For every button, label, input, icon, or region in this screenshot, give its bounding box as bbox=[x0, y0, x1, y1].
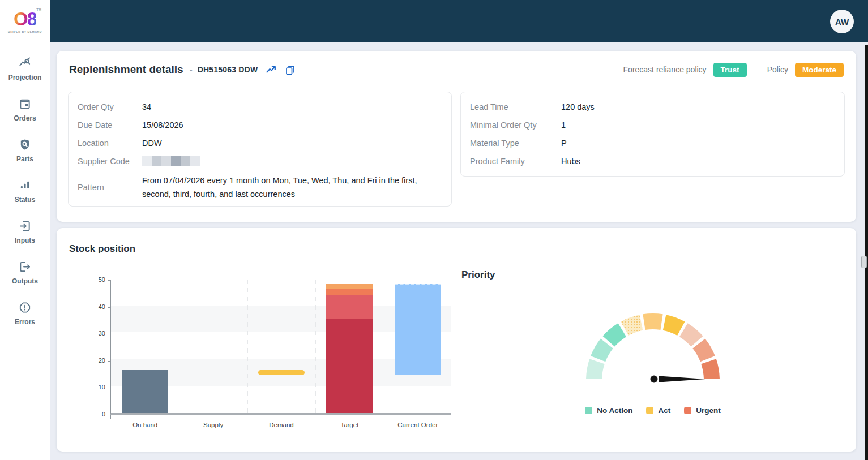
detail-label: Order Qty bbox=[78, 101, 142, 113]
legend-label: Act bbox=[658, 406, 670, 415]
error-octagon-icon bbox=[18, 301, 32, 314]
detail-value: P bbox=[561, 137, 567, 149]
sidebar-item-projection[interactable]: Projection bbox=[8, 57, 42, 81]
y-axis-tick-label: 40 bbox=[87, 303, 105, 310]
x-axis-category-label: Target bbox=[315, 422, 383, 428]
detail-row-order-qty: Order Qty 34 bbox=[69, 98, 451, 116]
detail-row-lead-time: Lead Time 120 days bbox=[461, 98, 844, 116]
sidebar-item-errors[interactable]: Errors bbox=[15, 301, 35, 326]
bar-chart-icon bbox=[18, 179, 32, 192]
y-axis-tick bbox=[108, 334, 111, 334]
bar-segment bbox=[395, 284, 441, 376]
material-details-box: Lead Time 120 days Minimal Order Qty 1 M… bbox=[460, 92, 845, 177]
calendar-icon bbox=[18, 97, 32, 110]
gauge-segment bbox=[663, 315, 685, 336]
right-edge-strip bbox=[865, 45, 868, 460]
gauge-pivot bbox=[651, 376, 658, 383]
column-separator bbox=[315, 280, 316, 413]
bar-segment bbox=[326, 284, 373, 290]
supplier-code-redacted bbox=[142, 156, 200, 166]
stock-bar-chart: 01020304050On handSupplyDemandTargetCurr… bbox=[110, 280, 451, 415]
replenishment-header: Replenishment details - DH515063 DDW For… bbox=[69, 61, 844, 78]
y-axis-tick bbox=[108, 388, 111, 388]
copy-button[interactable] bbox=[285, 65, 296, 75]
stock-position-card: Stock position 01020304050On handSupplyD… bbox=[57, 228, 856, 452]
detail-value: 15/08/2026 bbox=[142, 119, 183, 131]
bar-segment bbox=[122, 370, 168, 413]
panel-drag-handle[interactable] bbox=[861, 256, 867, 268]
order-details-box: Order Qty 34 Due Date 15/08/2026 Locatio… bbox=[68, 92, 452, 207]
y-axis-tick-label: 30 bbox=[87, 330, 105, 337]
top-navigation-bar: AW bbox=[0, 0, 868, 42]
detail-row-product-family: Product Family Hubs bbox=[461, 152, 844, 170]
detail-label: Location bbox=[78, 137, 142, 149]
column-separator bbox=[179, 280, 179, 413]
replenishment-details-card: Replenishment details - DH515063 DDW For… bbox=[57, 51, 856, 222]
policy-badges: Forecast reliance policy Trust Policy Mo… bbox=[623, 63, 844, 77]
forecast-policy-badge: Trust bbox=[713, 63, 747, 77]
detail-value: 1 bbox=[561, 119, 566, 131]
y-axis-tick-label: 0 bbox=[87, 411, 105, 418]
x-axis-category-label: Current Order bbox=[384, 422, 452, 428]
detail-row-pattern: Pattern From 07/04/2026 every 1 month on… bbox=[69, 170, 451, 204]
detail-value: 120 days bbox=[561, 101, 595, 113]
sidebar-item-status[interactable]: Status bbox=[15, 179, 36, 204]
y-axis-tick-label: 20 bbox=[87, 357, 105, 364]
detail-label: Minimal Order Qty bbox=[470, 119, 561, 131]
sidebar-item-orders[interactable]: Orders bbox=[14, 97, 36, 122]
gauge-segment bbox=[679, 323, 703, 346]
detail-label: Supplier Code bbox=[78, 156, 142, 167]
app-logo[interactable]: O8TM DRIVEN BY DEMAND bbox=[0, 0, 50, 42]
column-separator bbox=[247, 280, 248, 413]
legend-swatch bbox=[684, 407, 691, 414]
sidebar-item-label: Outputs bbox=[12, 277, 38, 285]
sidebar-item-outputs[interactable]: Outputs bbox=[12, 260, 38, 285]
gauge-segment-pattern bbox=[621, 315, 643, 336]
sidebar-item-inputs[interactable]: Inputs bbox=[15, 220, 35, 244]
bar-segment bbox=[326, 289, 373, 295]
bar-segment bbox=[258, 370, 305, 376]
box-arrow-out-icon bbox=[18, 260, 32, 273]
sidebar-nav: Projection Orders Parts Status Input bbox=[0, 42, 50, 460]
trend-up-icon bbox=[266, 64, 277, 75]
y-axis-tick bbox=[108, 415, 111, 415]
y-axis-tick bbox=[108, 361, 111, 362]
user-avatar[interactable]: AW bbox=[830, 10, 854, 33]
projection-chart-icon bbox=[18, 57, 32, 70]
logo-tagline: DRIVEN BY DEMAND bbox=[8, 30, 42, 33]
y-axis-tick bbox=[108, 280, 111, 281]
detail-row-supplier-code: Supplier Code bbox=[69, 152, 451, 170]
y-axis-tick-label: 10 bbox=[87, 384, 105, 390]
detail-value: From 07/04/2026 every 1 month on Mon, Tu… bbox=[142, 174, 439, 201]
detail-label: Product Family bbox=[470, 156, 561, 167]
sidebar-item-label: Inputs bbox=[15, 237, 35, 244]
priority-title: Priority bbox=[461, 269, 495, 281]
logo-wordmark: O8TM bbox=[14, 10, 36, 28]
legend-item: Urgent bbox=[684, 406, 721, 415]
forecast-policy-label: Forecast reliance policy bbox=[623, 65, 707, 74]
sidebar-item-label: Status bbox=[15, 196, 36, 204]
y-axis-tick bbox=[108, 307, 111, 308]
legend-label: No Action bbox=[597, 406, 632, 415]
detail-value: 34 bbox=[142, 101, 151, 113]
detail-label: Due Date bbox=[78, 119, 142, 131]
axis-tick bbox=[110, 415, 111, 419]
sidebar-item-label: Projection bbox=[8, 74, 42, 81]
detail-label: Lead Time bbox=[470, 101, 561, 113]
x-axis-category-label: Demand bbox=[247, 422, 315, 428]
detail-row-material-type: Material Type P bbox=[461, 134, 844, 152]
policy-label: Policy bbox=[767, 65, 788, 74]
stock-position-title: Stock position bbox=[69, 243, 135, 255]
detail-value: Hubs bbox=[561, 156, 580, 167]
copy-icon bbox=[285, 65, 296, 75]
sidebar-item-parts[interactable]: Parts bbox=[16, 138, 33, 163]
legend-swatch bbox=[646, 407, 653, 414]
gauge-segment bbox=[586, 359, 605, 379]
gauge-segment bbox=[701, 359, 720, 379]
x-axis-category-label: Supply bbox=[179, 422, 247, 428]
column-separator bbox=[384, 280, 384, 413]
title-separator: - bbox=[190, 65, 193, 75]
trend-chart-button[interactable] bbox=[266, 64, 277, 75]
sidebar-item-label: Parts bbox=[16, 155, 33, 163]
detail-row-minimal-order-qty: Minimal Order Qty 1 bbox=[461, 116, 844, 134]
